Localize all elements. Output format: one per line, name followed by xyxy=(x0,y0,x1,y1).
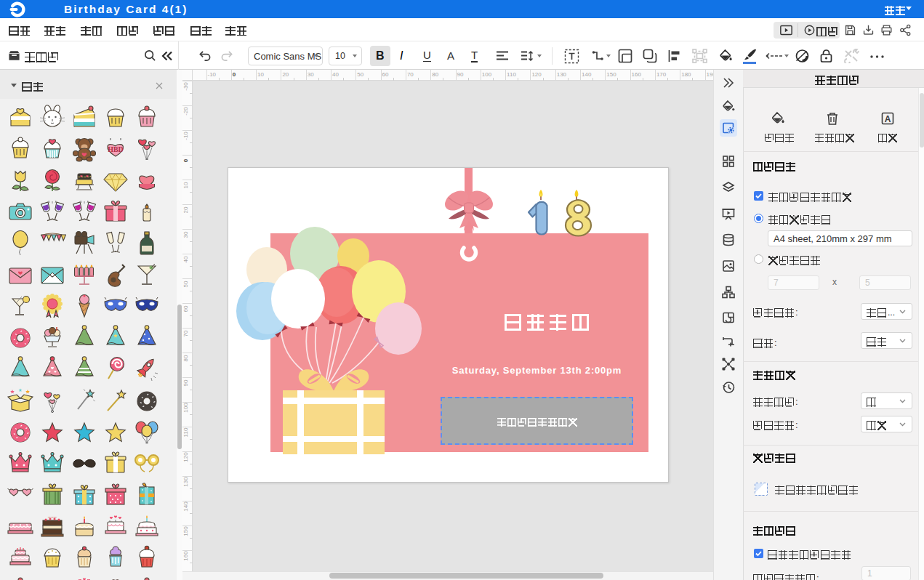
svg-text:HBD: HBD xyxy=(108,145,124,153)
svg-text:A: A xyxy=(885,114,891,124)
